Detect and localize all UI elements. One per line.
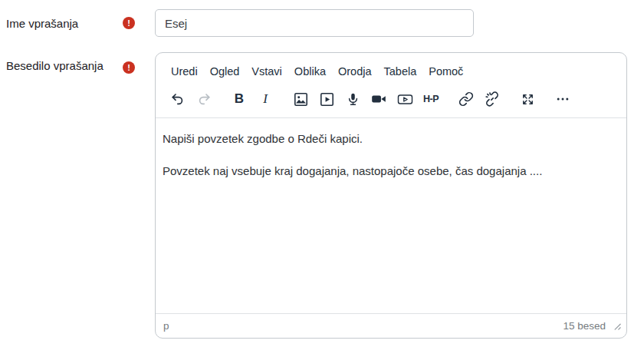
- toolbar-group-view: [514, 86, 540, 112]
- video-camera-icon: [370, 91, 387, 107]
- element-path[interactable]: p: [163, 320, 169, 332]
- question-text-label: Besedilo vprašanja: [6, 59, 104, 72]
- link-icon: [458, 91, 474, 107]
- more-toolbar-button[interactable]: [550, 86, 576, 112]
- insert-media-button[interactable]: [314, 86, 340, 112]
- content-paragraph: Povzetek naj vsebuje kraj dogajanja, nas…: [163, 163, 617, 180]
- bold-button[interactable]: B: [226, 86, 252, 112]
- question-name-label: Ime vprašanja: [6, 17, 78, 30]
- ellipsis-icon: [555, 91, 570, 107]
- question-text-label-col: Besedilo vprašanja: [0, 52, 155, 74]
- menu-item-pomoc[interactable]: Pomoč: [422, 63, 469, 80]
- editor-statusbar: p 15 besed: [156, 313, 626, 338]
- menu-item-vstavi[interactable]: Vstavi: [245, 63, 288, 80]
- required-exclamation-icon: [123, 61, 135, 74]
- menu-item-oblika[interactable]: Oblika: [288, 63, 332, 80]
- question-name-label-col: Ime vprašanja: [0, 9, 155, 37]
- record-audio-button[interactable]: [340, 86, 366, 112]
- fullscreen-button[interactable]: [514, 86, 540, 112]
- italic-icon: I: [263, 91, 268, 107]
- undo-icon: [170, 91, 186, 107]
- embed-play-icon: [396, 91, 414, 108]
- question-text-row: Besedilo vprašanja Uredi Ogled Vstavi Ob…: [0, 52, 644, 339]
- editor-toolbar: B I: [156, 82, 626, 118]
- media-icon: [319, 91, 335, 107]
- menu-item-orodja[interactable]: Orodja: [332, 63, 378, 80]
- editor-content-area[interactable]: Napiši povzetek zgodbe o Rdeči kapici. P…: [156, 118, 626, 313]
- toolbar-group-link: [453, 86, 505, 112]
- question-name-row: Ime vprašanja: [0, 9, 644, 37]
- redo-button[interactable]: [191, 86, 217, 112]
- redo-icon: [196, 91, 212, 107]
- undo-button[interactable]: [165, 86, 191, 112]
- word-count[interactable]: 15 besed: [563, 320, 606, 332]
- h5p-button[interactable]: H-P: [418, 86, 444, 112]
- required-exclamation-icon: [123, 17, 135, 29]
- image-icon: [293, 91, 309, 107]
- embed-media-button[interactable]: [392, 86, 418, 112]
- menu-item-uredi[interactable]: Uredi: [165, 63, 204, 80]
- insert-image-button[interactable]: [288, 86, 314, 112]
- toolbar-group-history: [165, 86, 217, 112]
- tinymce-editor: Uredi Ogled Vstavi Oblika Orodja Tabela …: [155, 52, 627, 339]
- h5p-icon: H-P: [423, 94, 439, 104]
- menu-item-tabela[interactable]: Tabela: [378, 63, 423, 80]
- fullscreen-icon: [521, 92, 535, 107]
- editor-menubar: Uredi Ogled Vstavi Oblika Orodja Tabela …: [156, 53, 626, 82]
- toolbar-group-media: H-P: [288, 86, 444, 112]
- menu-item-ogled[interactable]: Ogled: [204, 63, 246, 80]
- resize-handle-icon[interactable]: [612, 321, 622, 331]
- unlink-icon: [485, 91, 500, 107]
- microphone-icon: [345, 91, 361, 107]
- bold-icon: B: [235, 91, 244, 107]
- record-video-button[interactable]: [366, 86, 392, 112]
- question-name-input[interactable]: [155, 9, 474, 37]
- unlink-button[interactable]: [479, 86, 505, 112]
- toolbar-group-more: [550, 86, 576, 112]
- italic-button[interactable]: I: [252, 86, 278, 112]
- content-paragraph: Napiši povzetek zgodbe o Rdeči kapici.: [163, 131, 617, 147]
- toolbar-group-format: B I: [226, 86, 278, 112]
- link-button[interactable]: [453, 86, 479, 112]
